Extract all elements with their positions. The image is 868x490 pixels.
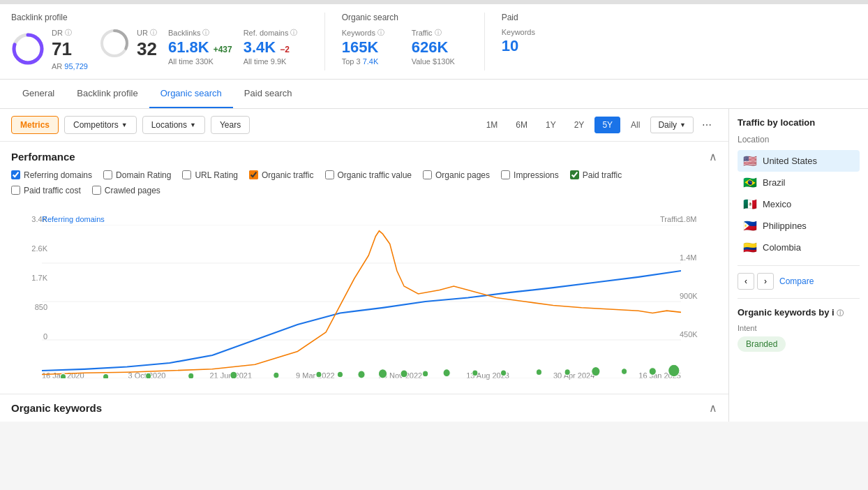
toolbar: Metrics Competitors ▼ Locations ▼ Years … [0,109,728,142]
years-button[interactable]: Years [211,116,250,134]
svg-point-15 [316,371,322,378]
locations-button[interactable]: Locations ▼ [142,116,205,134]
svg-point-14 [274,372,279,378]
nav-tabs: General Backlink profile Organic search … [0,80,868,109]
panel-next-button[interactable]: › [757,273,774,290]
checkbox-organic-pages[interactable]: Organic pages [423,170,490,180]
checkbox-organic-traffic-value[interactable]: Organic traffic value [325,170,412,180]
panel-nav: ‹ › Compare [738,265,860,290]
organic-section-label: Organic search [342,13,467,22]
keywords-panel: Organic keywords by i ⓘ Intent Branded [738,298,860,352]
time-6m[interactable]: 6M [508,117,535,133]
more-button[interactable]: ⋯ [696,117,717,133]
checkbox-paid-traffic-cost[interactable]: Paid traffic cost [11,186,81,195]
keywords-label: Keywords ⓘ [342,28,398,38]
y-right-1-8m: 1.8M [680,215,706,223]
y-right-900k: 900K [680,292,706,300]
svg-point-28 [649,367,656,375]
compare-link[interactable]: Compare [779,276,814,286]
daily-button[interactable]: Daily ▼ [650,117,694,133]
backlinks-label: Backlinks ⓘ [168,28,232,38]
traffic-info-icon[interactable]: ⓘ [435,28,442,38]
backlink-section-label: Backlink profile [11,13,299,22]
performance-title: Performance [11,151,75,163]
organic-keywords-collapse-button[interactable]: ∧ [709,401,717,415]
ref-domains-sub: All time 9.9K [244,57,299,66]
y-right-1-4m: 1.4M [680,253,706,262]
ph-flag-icon: 🇵🇭 [743,219,757,232]
checkbox-url-rating[interactable]: URL Rating [182,170,238,180]
performance-collapse-button[interactable]: ∧ [709,150,717,163]
ur-info-icon[interactable]: ⓘ [150,28,157,38]
svg-point-12 [188,373,194,378]
keywords-info-icon[interactable]: ⓘ [377,28,384,38]
y-right-450k: 450K [680,330,706,339]
location-item-mx[interactable]: 🇲🇽 Mexico [738,193,860,215]
paid-keywords-metric: Keywords 10 [502,28,558,54]
paid-keywords-label: Keywords [502,28,558,36]
checkboxes-row: Referring domains Domain Rating URL Rati… [11,170,717,180]
ar-value-link[interactable]: 95,729 [64,62,88,70]
header-metrics: Backlink profile DR ⓘ [0,4,868,80]
ref-domains-info-icon[interactable]: ⓘ [290,28,297,38]
ref-domains-change: −2 [280,45,290,54]
keywords-panel-title: Organic keywords by i ⓘ [738,307,860,318]
ref-domains-label: Ref. domains ⓘ [244,28,299,38]
organic-keywords-section: Organic keywords ∧ [0,394,728,422]
svg-point-22 [472,369,478,376]
time-2y[interactable]: 2Y [567,117,592,133]
chart-area: Metrics Competitors ▼ Locations ▼ Years … [0,109,728,422]
chart-left-label: Referring domains [42,215,105,223]
ur-value: 32 [137,39,157,59]
chart-container: 3.4K 2.6K 1.7K 850 0 Referring domains T… [0,209,728,394]
locations-arrow-icon: ▼ [190,121,196,128]
dr-circle [11,32,45,66]
ur-label: UR ⓘ [137,28,157,38]
backlinks-metric: Backlinks ⓘ 61.8K +437 All time 330K [168,28,232,66]
location-item-co[interactable]: 🇨🇴 Colombia [738,237,860,258]
checkbox-crawled-pages[interactable]: Crawled pages [92,186,160,195]
time-controls: 1M 6M 1Y 2Y 5Y All Daily ▼ ⋯ [479,117,717,133]
keywords-panel-info-icon[interactable]: ⓘ [837,309,844,317]
tab-backlink-profile[interactable]: Backlink profile [66,80,149,108]
svg-point-17 [358,371,365,378]
dr-info-icon[interactable]: ⓘ [65,28,72,38]
location-item-ph[interactable]: 🇵🇭 Philippines [738,215,860,237]
svg-point-11 [146,373,151,378]
backlinks-info-icon[interactable]: ⓘ [202,28,209,38]
svg-point-19 [401,369,407,377]
checkbox-impressions[interactable]: Impressions [501,170,559,180]
checkbox-referring-domains[interactable]: Referring domains [11,170,92,180]
ph-name: Philippines [763,221,807,231]
traffic-label: Traffic ⓘ [412,28,467,38]
checkbox-paid-traffic[interactable]: Paid traffic [570,170,622,180]
panel-prev-button[interactable]: ‹ [738,273,754,290]
tab-paid-search[interactable]: Paid search [233,80,304,108]
time-5y[interactable]: 5Y [594,117,620,133]
tab-organic-search[interactable]: Organic search [149,80,233,108]
competitors-arrow-icon: ▼ [121,121,128,128]
metrics-button[interactable]: Metrics [11,116,59,134]
time-1y[interactable]: 1Y [538,117,564,133]
branded-badge[interactable]: Branded [738,336,786,352]
backlinks-value: 61.8K [168,39,209,56]
paid-section-label: Paid [502,13,558,22]
ur-metric: UR ⓘ 32 [99,28,157,59]
location-item-us[interactable]: 🇺🇸 United States [738,150,860,172]
location-item-br[interactable]: 🇧🇷 Brazil [738,172,860,193]
competitors-button[interactable]: Competitors ▼ [64,116,137,134]
checkbox-domain-rating[interactable]: Domain Rating [103,170,171,180]
performance-section: Performance ∧ Referring domains Domain R… [0,142,728,209]
keywords-metric: Keywords ⓘ 165K Top 3 7.4K [342,28,398,66]
svg-point-24 [536,369,541,375]
time-all[interactable]: All [623,117,648,133]
tab-general[interactable]: General [11,80,66,108]
time-1m[interactable]: 1M [479,117,506,133]
svg-point-20 [423,371,428,377]
y-labels-right: 1.8M 1.4M 900K 450K [675,215,706,369]
checkbox-organic-traffic[interactable]: Organic traffic [249,170,313,180]
dr-value: 71 [52,39,88,59]
ref-domains-value: 3.4K [244,39,276,56]
traffic-value: 626K [412,39,467,56]
mx-name: Mexico [763,199,791,209]
